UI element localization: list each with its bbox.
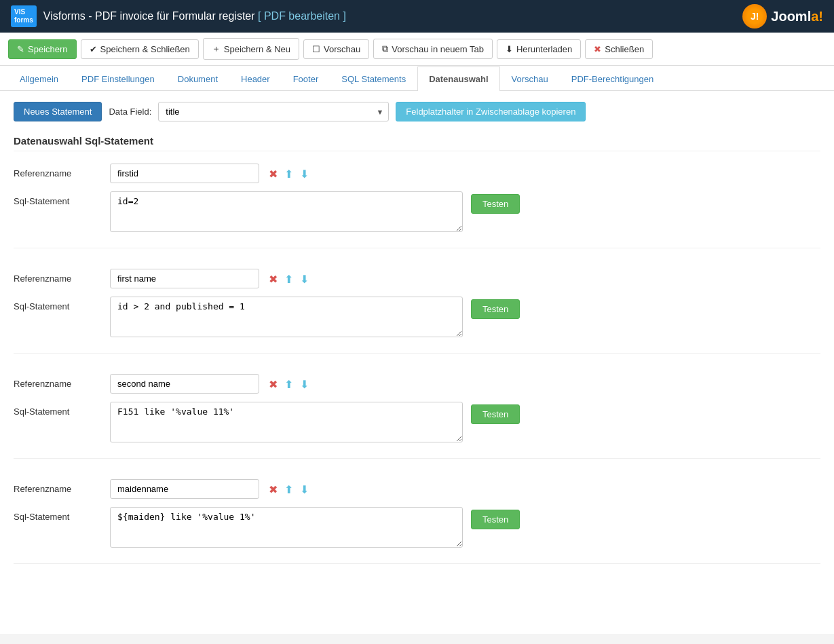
ref-actions-1: ✖ ⬆ ⬇ [267, 164, 310, 181]
delete-button-2[interactable]: ✖ [267, 273, 279, 286]
move-up-button-4[interactable]: ⬆ [283, 483, 295, 496]
tab-header[interactable]: Header [229, 67, 282, 91]
referenzname-label-2: Referenzname [14, 269, 102, 284]
delete-button-4[interactable]: ✖ [267, 483, 279, 496]
joomla-icon: J! [742, 4, 767, 29]
new-statement-button[interactable]: Neues Statement [14, 102, 102, 121]
testen-button-1[interactable]: Testen [471, 194, 520, 214]
sql-textarea-4[interactable]: ${maiden} like '%value 1%' [110, 507, 463, 548]
ref-input-wrap-3 [110, 374, 259, 394]
sql-textarea-1[interactable]: id=2 [110, 191, 463, 232]
main-content: Neues Statement Data Field: title id pub… [0, 91, 834, 634]
move-up-button-3[interactable]: ⬆ [283, 378, 295, 391]
sql-label-1: Sql-Statement [14, 191, 102, 206]
save-new-button[interactable]: ＋ Speichern & Neu [203, 38, 299, 60]
move-down-button-4[interactable]: ⬇ [299, 483, 310, 496]
referenzname-input-2[interactable] [110, 269, 259, 288]
ref-actions-4: ✖ ⬆ ⬇ [267, 479, 310, 496]
tab-footer[interactable]: Footer [282, 67, 330, 91]
sql-textarea-wrap-4: ${maiden} like '%value 1%' [110, 507, 463, 550]
ref-actions-2: ✖ ⬆ ⬇ [267, 269, 310, 286]
close-icon: ✖ [594, 44, 601, 54]
testen-button-2[interactable]: Testen [471, 299, 520, 319]
referenzname-input-4[interactable] [110, 479, 259, 499]
header-left: VIS forms Visforms - PDF invoice für For… [11, 5, 346, 27]
toolbar: ✎ Speichern ✔ Speichern & Schließen ＋ Sp… [0, 33, 834, 66]
sql-row-4: Sql-Statement ${maiden} like '%value 1%'… [14, 507, 820, 550]
sql-label-4: Sql-Statement [14, 507, 102, 522]
move-down-button-2[interactable]: ⬇ [299, 273, 310, 286]
sql-textarea-wrap-2: id > 2 and published = 1 [110, 297, 463, 339]
vis-logo: VIS forms [11, 5, 37, 27]
check-icon: ✔ [90, 44, 97, 54]
tab-pdf-berechtigungen[interactable]: PDF-Berechtigungen [560, 67, 665, 91]
download-button[interactable]: ⬇ Herunterladen [497, 39, 581, 59]
copy-placeholder-button[interactable]: Feldplatzhalter in Zwischenablage kopier… [396, 102, 586, 121]
tab-datenauswahl[interactable]: Datenauswahl [417, 67, 499, 91]
joomla-logo: J! Joomla! [742, 4, 823, 29]
download-icon: ⬇ [506, 44, 513, 54]
statement-block-1: Referenzname ✖ ⬆ ⬇ Sql-Statement id=2 Te… [14, 164, 820, 248]
move-up-button-1[interactable]: ⬆ [283, 168, 295, 181]
sql-label-2: Sql-Statement [14, 297, 102, 311]
preview-tab-icon: ⧉ [382, 43, 388, 54]
ref-row-4: Referenzname ✖ ⬆ ⬇ [14, 479, 820, 499]
save-close-button[interactable]: ✔ Speichern & Schließen [81, 39, 199, 59]
move-up-button-2[interactable]: ⬆ [283, 273, 295, 286]
ref-row-3: Referenzname ✖ ⬆ ⬇ [14, 374, 820, 394]
move-down-button-1[interactable]: ⬇ [299, 168, 310, 181]
ref-row-1: Referenzname ✖ ⬆ ⬇ [14, 164, 820, 183]
sql-row-3: Sql-Statement F151 like '%value 11%' Tes… [14, 402, 820, 444]
data-field-row: Neues Statement Data Field: title id pub… [14, 102, 820, 121]
preview-button[interactable]: ☐ Vorschau [303, 39, 369, 59]
statement-block-4: Referenzname ✖ ⬆ ⬇ Sql-Statement ${maide… [14, 479, 820, 564]
ref-input-wrap-1 [110, 164, 259, 183]
preview-tab-button[interactable]: ⧉ Vorschau in neuem Tab [373, 39, 493, 59]
referenzname-label-4: Referenzname [14, 479, 102, 494]
data-field-label: Data Field: [109, 107, 151, 117]
section-heading: Datenauswahl Sql-Statement [14, 135, 820, 151]
ref-input-wrap-4 [110, 479, 259, 499]
sql-textarea-3[interactable]: F151 like '%value 11%' [110, 402, 463, 442]
referenzname-input-1[interactable] [110, 164, 259, 183]
tabs-bar: Allgemein PDF Einstellungen Dokument Hea… [0, 66, 834, 91]
testen-button-4[interactable]: Testen [471, 510, 520, 529]
ref-actions-3: ✖ ⬆ ⬇ [267, 374, 310, 391]
app-header: VIS forms Visforms - PDF invoice für For… [0, 0, 834, 33]
preview-icon: ☐ [312, 44, 320, 54]
data-field-select-wrapper: title id published ▼ [158, 102, 389, 121]
tab-dokument[interactable]: Dokument [166, 67, 229, 91]
plus-icon: ＋ [212, 43, 221, 55]
data-field-select[interactable]: title id published [158, 102, 389, 121]
testen-button-3[interactable]: Testen [471, 404, 520, 424]
sql-textarea-wrap-3: F151 like '%value 11%' [110, 402, 463, 444]
sql-textarea-2[interactable]: id > 2 and published = 1 [110, 297, 463, 337]
sql-label-3: Sql-Statement [14, 402, 102, 417]
tab-allgemein[interactable]: Allgemein [8, 67, 70, 91]
app-title: Visforms - PDF invoice für Formular regi… [43, 10, 346, 22]
referenzname-input-3[interactable] [110, 374, 259, 394]
joomla-text: Joomla! [771, 9, 823, 24]
move-down-button-3[interactable]: ⬇ [299, 378, 310, 391]
save-icon: ✎ [17, 44, 24, 54]
statement-block-3: Referenzname ✖ ⬆ ⬇ Sql-Statement F151 li… [14, 374, 820, 459]
referenzname-label-1: Referenzname [14, 164, 102, 178]
statement-block-2: Referenzname ✖ ⬆ ⬇ Sql-Statement id > 2 … [14, 269, 820, 354]
ref-row-2: Referenzname ✖ ⬆ ⬇ [14, 269, 820, 288]
delete-button-3[interactable]: ✖ [267, 378, 279, 391]
save-button[interactable]: ✎ Speichern [8, 39, 77, 59]
sql-row-1: Sql-Statement id=2 Testen [14, 191, 820, 234]
tab-sql-statements[interactable]: SQL Statements [330, 67, 417, 91]
tab-pdf-einstellungen[interactable]: PDF Einstellungen [70, 67, 166, 91]
referenzname-label-3: Referenzname [14, 374, 102, 389]
sql-row-2: Sql-Statement id > 2 and published = 1 T… [14, 297, 820, 339]
delete-button-1[interactable]: ✖ [267, 168, 279, 181]
sql-textarea-wrap-1: id=2 [110, 191, 463, 234]
ref-input-wrap-2 [110, 269, 259, 288]
tab-vorschau[interactable]: Vorschau [500, 67, 560, 91]
close-button[interactable]: ✖ Schließen [585, 39, 653, 59]
